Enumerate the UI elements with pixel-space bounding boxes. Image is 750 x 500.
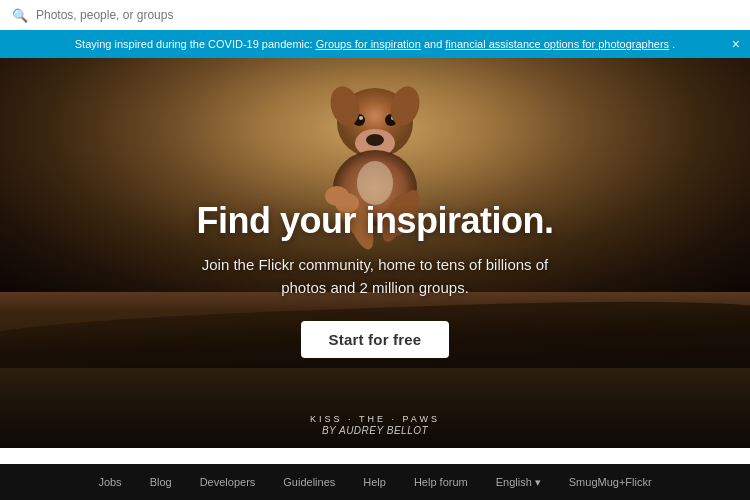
footer-link-guidelines[interactable]: Guidelines <box>269 476 349 488</box>
financial-link[interactable]: financial assistance options for photogr… <box>445 38 669 50</box>
footer-link-blog[interactable]: Blog <box>136 476 186 488</box>
groups-link[interactable]: Groups for inspiration <box>316 38 421 50</box>
notification-banner: Staying inspired during the COVID-19 pan… <box>0 30 750 58</box>
footer-link-developers[interactable]: Developers <box>186 476 270 488</box>
close-banner-button[interactable]: × <box>732 37 740 51</box>
hero-content: Find your inspiration. Join the Flickr c… <box>0 200 750 358</box>
footer: Jobs Blog Developers Guidelines Help Hel… <box>0 464 750 500</box>
hero-section: Find your inspiration. Join the Flickr c… <box>0 58 750 448</box>
hero-subtitle: Join the Flickr community, home to tens … <box>0 254 750 299</box>
footer-link-jobs[interactable]: Jobs <box>84 476 135 488</box>
banner-text: Staying inspired during the COVID-19 pan… <box>75 38 676 50</box>
language-selector[interactable]: English ▾ <box>482 476 555 489</box>
search-input[interactable] <box>36 8 738 22</box>
hero-title: Find your inspiration. <box>0 200 750 242</box>
ground <box>0 368 750 448</box>
footer-link-help[interactable]: Help <box>349 476 400 488</box>
search-bar: 🔍 <box>0 0 750 30</box>
svg-point-2 <box>366 134 384 146</box>
svg-point-5 <box>359 116 363 120</box>
start-for-free-button[interactable]: Start for free <box>301 321 450 358</box>
search-icon: 🔍 <box>12 8 28 23</box>
svg-point-10 <box>357 161 393 205</box>
chevron-down-icon: ▾ <box>535 476 541 489</box>
footer-brand: SmugMug+Flickr <box>555 476 666 488</box>
photo-credit: KISS · THE · PAWS by Audrey Bellot <box>0 413 750 436</box>
footer-link-help-forum[interactable]: Help forum <box>400 476 482 488</box>
